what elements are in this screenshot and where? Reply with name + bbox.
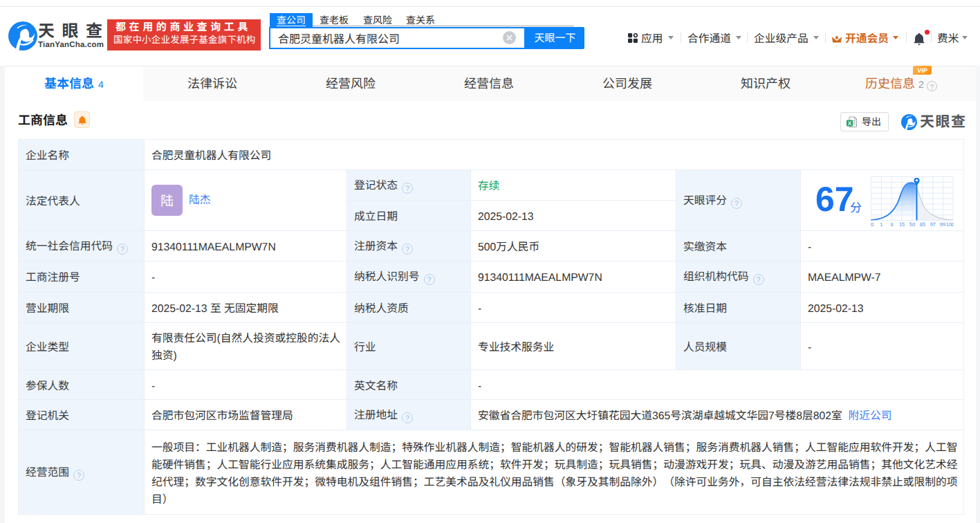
- svg-text:X: X: [848, 120, 852, 127]
- svg-text:3: 3: [890, 221, 893, 227]
- svg-text:1: 1: [880, 221, 882, 227]
- svg-text:0: 0: [871, 221, 873, 227]
- svg-text:50: 50: [909, 221, 915, 227]
- svg-text:15: 15: [899, 221, 905, 227]
- svg-text:97: 97: [930, 221, 936, 227]
- svg-text:85: 85: [920, 221, 925, 227]
- svg-text:99: 99: [940, 221, 945, 227]
- svg-text:100: 100: [946, 221, 954, 227]
